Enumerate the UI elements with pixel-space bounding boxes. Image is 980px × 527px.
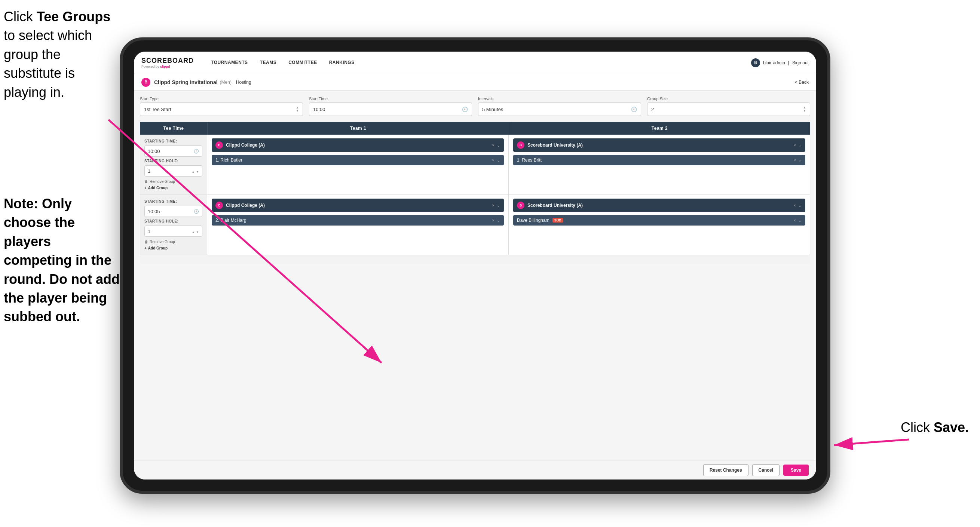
tee-groups: STARTING TIME: 10:00 🕙 STARTING HOLE: 1 … xyxy=(140,135,810,264)
breadcrumb-bar: B Clippd Spring Invitational (Men) Hosti… xyxy=(134,74,816,91)
team-card-content-1-1: C Clippd College (A) xyxy=(215,142,265,149)
player-expand-2-2-0[interactable]: ⌄ xyxy=(798,218,802,223)
player-x-1-2-0[interactable]: × xyxy=(492,218,495,223)
sign-out-link[interactable]: Sign out xyxy=(792,60,809,65)
logo-powered: Powered by clippd xyxy=(142,65,194,68)
breadcrumb-hosting: Hosting xyxy=(236,80,251,85)
table-row: STARTING TIME: 10:05 🕙 STARTING HOLE: 1 … xyxy=(140,195,810,255)
add-group-btn-2[interactable]: + Add Group xyxy=(145,246,202,250)
player-expand-1-2-0[interactable]: ⌄ xyxy=(497,218,500,223)
tee-left-1: STARTING TIME: 10:00 🕙 STARTING HOLE: 1 … xyxy=(140,135,207,194)
reset-button[interactable]: Reset Changes xyxy=(703,464,748,476)
starting-hole-label-1: STARTING HOLE: xyxy=(145,159,202,163)
starting-hole-label-2: STARTING HOLE: xyxy=(145,219,202,223)
col-team2: Team 2 xyxy=(509,122,810,135)
player-name-1-2-0: 2. Blair McHarg xyxy=(215,218,247,223)
remove-group-btn-2[interactable]: 🗑 Remove Group xyxy=(145,240,202,244)
tee-team2-cell-2: S Scoreboard University (A) × ⌄ Dave Bil… xyxy=(509,195,810,255)
card-expand-1-2[interactable]: ⌄ xyxy=(497,203,500,208)
tee-team2-cell-1: S Scoreboard University (A) × ⌄ 1. Rees … xyxy=(509,135,810,194)
cancel-button[interactable]: Cancel xyxy=(752,464,780,476)
card-x-1-2[interactable]: × xyxy=(492,203,495,208)
stepper-down-hole-1[interactable]: ▼ xyxy=(196,170,199,174)
nav-links: TOURNAMENTS TEAMS COMMITTEE RANKINGS xyxy=(205,52,751,74)
tee-time-input-1[interactable]: 10:00 🕙 xyxy=(145,145,202,157)
start-type-input[interactable]: 1st Tee Start ▲ ▼ xyxy=(140,102,303,116)
nav-committee[interactable]: COMMITTEE xyxy=(282,52,323,74)
starting-time-label-2: STARTING TIME: xyxy=(145,199,202,204)
config-start-time: Start Time 10:00 🕙 xyxy=(309,97,472,116)
team-card-content-2-2: S Scoreboard University (A) xyxy=(517,202,583,209)
tee-table-header: Tee Time Team 1 Team 2 xyxy=(140,122,810,135)
instruction-text: Click Tee Groups to select which group t… xyxy=(0,0,116,109)
table-row: STARTING TIME: 10:00 🕙 STARTING HOLE: 1 … xyxy=(140,135,810,195)
sub-badge: SUB xyxy=(552,218,563,223)
team-name-2-1: Scoreboard University (A) xyxy=(527,143,583,148)
save-button[interactable]: Save xyxy=(783,465,809,476)
clock-icon: 🕙 xyxy=(462,107,468,112)
team-card-1-1[interactable]: C Clippd College (A) × ⌄ xyxy=(212,139,504,152)
note-text: Note: Only choose the players competing … xyxy=(0,194,123,326)
nav-tournaments[interactable]: TOURNAMENTS xyxy=(205,52,254,74)
config-intervals: Intervals 5 Minutes 🕙 xyxy=(478,97,641,116)
group-size-label: Group Size xyxy=(647,97,810,101)
team-icon-1-1: C xyxy=(215,142,223,149)
player-expand-1-1-0[interactable]: ⌄ xyxy=(497,158,500,163)
team-icon-2-2: S xyxy=(517,202,524,209)
tee-hole-input-2[interactable]: 1 ▲ ▼ xyxy=(145,226,202,237)
team-icon-1-2: C xyxy=(215,202,223,209)
player-card-2-1-0[interactable]: 1. Rees Britt × ⌄ xyxy=(513,155,805,165)
player-card-1-2-0[interactable]: 2. Blair McHarg × ⌄ xyxy=(212,215,504,226)
stepper-down-hole-2[interactable]: ▼ xyxy=(196,231,199,234)
team-card-1-2[interactable]: C Clippd College (A) × ⌄ xyxy=(212,199,504,212)
nav-rankings[interactable]: RANKINGS xyxy=(323,52,361,74)
trash-icon: 🗑 xyxy=(145,180,148,184)
stepper-up[interactable]: ▲ xyxy=(296,106,299,109)
player-x-2-2-0[interactable]: × xyxy=(794,218,796,223)
instruction-line2: to select which group the substitute is … xyxy=(4,28,92,99)
tee-time-input-2[interactable]: 10:05 🕙 xyxy=(145,206,202,217)
plus-icon: + xyxy=(145,186,146,190)
group-size-input[interactable]: 2 ▲ ▼ xyxy=(647,102,810,116)
breadcrumb-gender: (Men) xyxy=(220,80,232,85)
add-group-btn-1[interactable]: + Add Group xyxy=(145,186,202,190)
card-x-2-1[interactable]: × xyxy=(794,143,796,147)
stepper-up-hole-2[interactable]: ▲ xyxy=(192,231,195,234)
player-x-2-1-0[interactable]: × xyxy=(794,158,796,162)
tee-team1-cell-1: C Clippd College (A) × ⌄ 1. Rich Butler xyxy=(207,135,509,194)
player-x-1-1-0[interactable]: × xyxy=(492,158,495,162)
team-card-2-2[interactable]: S Scoreboard University (A) × ⌄ xyxy=(513,199,805,212)
intervals-input[interactable]: 5 Minutes 🕙 xyxy=(478,102,641,116)
card-x-2-2[interactable]: × xyxy=(794,203,796,208)
nav-teams[interactable]: TEAMS xyxy=(254,52,283,74)
hole-stepper-1[interactable]: ▲ ▼ xyxy=(192,168,199,174)
player-card-1-1-0[interactable]: 1. Rich Butler × ⌄ xyxy=(212,155,504,165)
tee-hole-input-1[interactable]: 1 ▲ ▼ xyxy=(145,165,202,177)
group-size-stepper[interactable]: ▲ ▼ xyxy=(803,106,806,113)
card-expand-1-1[interactable]: ⌄ xyxy=(497,143,500,148)
hole-stepper-2[interactable]: ▲ ▼ xyxy=(192,229,199,234)
logo-scoreboard: SCOREBOARD xyxy=(142,57,194,65)
navbar: SCOREBOARD Powered by clippd TOURNAMENTS… xyxy=(134,52,816,74)
stepper-up-2[interactable]: ▲ xyxy=(803,106,806,109)
card-x-1-1[interactable]: × xyxy=(492,143,495,147)
start-type-stepper[interactable]: ▲ ▼ xyxy=(296,106,299,113)
team-name-1-2: Clippd College (A) xyxy=(226,203,265,208)
card-expand-2-2[interactable]: ⌄ xyxy=(798,203,802,208)
team-card-content-1-2: C Clippd College (A) xyxy=(215,202,265,209)
card-expand-2-1[interactable]: ⌄ xyxy=(798,143,802,148)
team-card-actions-2-2: × ⌄ xyxy=(794,203,802,208)
stepper-up-hole-1[interactable]: ▲ xyxy=(192,170,195,174)
team-card-actions-1-1: × ⌄ xyxy=(492,143,500,148)
stepper-down-2[interactable]: ▼ xyxy=(803,110,806,113)
team-card-2-1[interactable]: S Scoreboard University (A) × ⌄ xyxy=(513,139,805,152)
start-time-input[interactable]: 10:00 🕙 xyxy=(309,102,472,116)
player-name-2-2-0: Dave Billingham xyxy=(517,218,549,223)
remove-group-btn-1[interactable]: 🗑 Remove Group xyxy=(145,180,202,184)
tee-team1-cell-2: C Clippd College (A) × ⌄ 2. Blair McHarg xyxy=(207,195,509,255)
player-expand-2-1-0[interactable]: ⌄ xyxy=(798,158,802,163)
player-card-2-2-0[interactable]: Dave Billingham SUB × ⌄ xyxy=(513,215,805,226)
team-card-content-2-1: S Scoreboard University (A) xyxy=(517,142,583,149)
breadcrumb-back[interactable]: < Back xyxy=(795,80,809,85)
stepper-down[interactable]: ▼ xyxy=(296,110,299,113)
